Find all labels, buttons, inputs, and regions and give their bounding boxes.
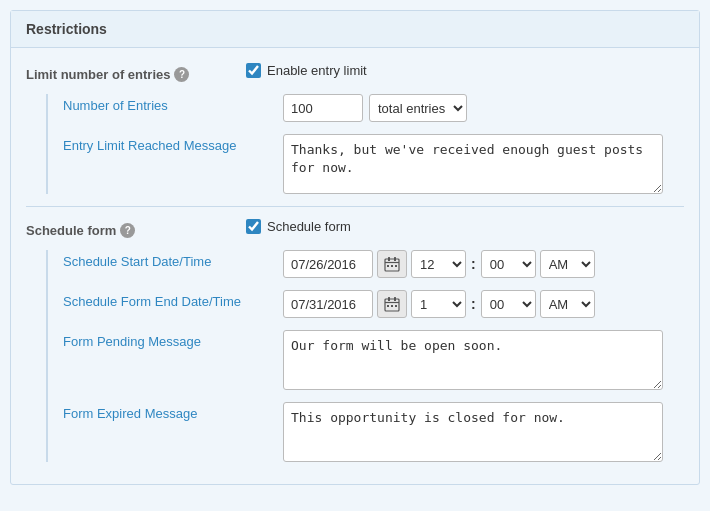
schedule-start-content: 12123 4567 891011 : 00153045 AMPM <box>283 250 684 278</box>
schedule-form-row: Schedule form ? Schedule form <box>26 219 684 238</box>
end-ampm-select[interactable]: AMPM <box>540 290 595 318</box>
svg-rect-6 <box>395 265 397 267</box>
calendar-icon <box>384 256 400 272</box>
enable-limit-text: Enable entry limit <box>267 63 367 78</box>
limit-entries-row: Limit number of entries ? Enable entry l… <box>26 63 684 82</box>
svg-rect-11 <box>387 305 389 307</box>
form-expired-content: This opportunity is closed for now. <box>283 402 684 462</box>
calendar-icon <box>384 296 400 312</box>
svg-rect-12 <box>391 305 393 307</box>
end-date-input[interactable] <box>283 290 373 318</box>
schedule-end-content: 1234 5678 9101112 : 00153045 AMPM <box>283 290 684 318</box>
schedule-form-label: Schedule form ? <box>26 219 246 238</box>
number-entries-content: total entries per user <box>283 94 684 122</box>
end-colon: : <box>471 296 476 312</box>
form-pending-label: Form Pending Message <box>63 330 283 349</box>
end-hour-select[interactable]: 1234 5678 9101112 <box>411 290 466 318</box>
schedule-start-label: Schedule Start Date/Time <box>63 250 283 269</box>
start-hour-select[interactable]: 12123 4567 891011 <box>411 250 466 278</box>
form-expired-label: Form Expired Message <box>63 402 283 421</box>
enable-schedule-label[interactable]: Schedule form <box>246 219 351 234</box>
schedule-end-row: Schedule Form End Date/Time <box>63 290 684 318</box>
schedule-indented-section: Schedule Start Date/Time <box>46 250 684 462</box>
svg-rect-3 <box>394 257 396 261</box>
entry-limit-message-label: Entry Limit Reached Message <box>63 134 283 153</box>
svg-rect-4 <box>387 265 389 267</box>
svg-rect-2 <box>388 257 390 261</box>
form-expired-textarea[interactable]: This opportunity is closed for now. <box>283 402 663 462</box>
schedule-end-label: Schedule Form End Date/Time <box>63 290 283 309</box>
entry-limit-message-textarea[interactable]: Thanks, but we've received enough guest … <box>283 134 663 194</box>
panel-title-text: Restrictions <box>26 21 107 37</box>
schedule-help-icon[interactable]: ? <box>120 223 135 238</box>
limit-help-icon[interactable]: ? <box>174 67 189 82</box>
start-colon: : <box>471 256 476 272</box>
panel-title: Restrictions <box>11 11 699 48</box>
schedule-form-content: Schedule form <box>246 219 684 234</box>
form-expired-row: Form Expired Message This opportunity is… <box>63 402 684 462</box>
limit-entries-label: Limit number of entries ? <box>26 63 246 82</box>
enable-limit-checkbox[interactable] <box>246 63 261 78</box>
form-pending-textarea[interactable]: Our form will be open soon. <box>283 330 663 390</box>
number-of-entries-row: Number of Entries total entries per user <box>63 94 684 122</box>
entries-type-select[interactable]: total entries per user <box>369 94 467 122</box>
entry-limit-message-content: Thanks, but we've received enough guest … <box>283 134 684 194</box>
entry-limit-message-row: Entry Limit Reached Message Thanks, but … <box>63 134 684 194</box>
enable-limit-label[interactable]: Enable entry limit <box>246 63 367 78</box>
end-minute-select[interactable]: 00153045 <box>481 290 536 318</box>
end-date-calendar-button[interactable] <box>377 290 407 318</box>
enable-schedule-checkbox[interactable] <box>246 219 261 234</box>
form-pending-row: Form Pending Message Our form will be op… <box>63 330 684 390</box>
enable-schedule-text: Schedule form <box>267 219 351 234</box>
start-minute-select[interactable]: 00153045 <box>481 250 536 278</box>
restrictions-panel: Restrictions Limit number of entries ? E… <box>10 10 700 485</box>
svg-rect-13 <box>395 305 397 307</box>
section-divider <box>26 206 684 207</box>
limit-indented-section: Number of Entries total entries per user… <box>46 94 684 194</box>
svg-rect-9 <box>388 297 390 301</box>
start-date-calendar-button[interactable] <box>377 250 407 278</box>
start-date-input[interactable] <box>283 250 373 278</box>
schedule-start-row: Schedule Start Date/Time <box>63 250 684 278</box>
number-entries-label: Number of Entries <box>63 94 283 113</box>
limit-entries-content: Enable entry limit <box>246 63 684 78</box>
start-ampm-select[interactable]: AMPM <box>540 250 595 278</box>
panel-body: Limit number of entries ? Enable entry l… <box>11 48 699 484</box>
svg-rect-5 <box>391 265 393 267</box>
form-pending-content: Our form will be open soon. <box>283 330 684 390</box>
number-entries-input[interactable] <box>283 94 363 122</box>
svg-rect-10 <box>394 297 396 301</box>
